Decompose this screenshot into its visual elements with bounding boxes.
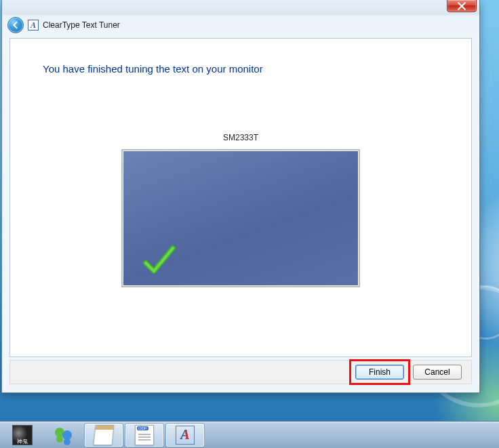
button-bar: Finish Cancel: [9, 360, 472, 384]
window-title: ClearType Text Tuner: [43, 20, 120, 30]
odf-document-icon: [135, 425, 154, 445]
cleartype-window: A ClearType Text Tuner You have finished…: [1, 0, 480, 393]
messenger-icon: [53, 425, 73, 445]
taskbar-item-messenger[interactable]: [43, 423, 83, 447]
app-thumbnail-icon: [12, 425, 33, 445]
content-panel: You have finished tuning the text on you…: [9, 38, 472, 357]
taskbar-item-odf[interactable]: [125, 423, 164, 447]
taskbar-item-thumbnail[interactable]: [3, 423, 42, 447]
titlebar[interactable]: [2, 0, 479, 15]
finish-button[interactable]: Finish: [355, 365, 404, 380]
taskbar-item-notepad[interactable]: [84, 423, 123, 447]
nav-row: A ClearType Text Tuner: [2, 15, 479, 35]
taskbar[interactable]: A: [0, 421, 499, 448]
page-heading: You have finished tuning the text on you…: [10, 39, 471, 75]
checkmark-icon: [142, 243, 176, 277]
close-icon: [458, 2, 466, 10]
desktop: A ClearType Text Tuner You have finished…: [0, 0, 499, 448]
back-button[interactable]: [7, 17, 24, 33]
tutorial-highlight: Finish: [349, 359, 410, 385]
cleartype-icon: A: [28, 20, 39, 30]
close-button[interactable]: [447, 0, 477, 12]
monitor-preview-wrap: [121, 149, 360, 287]
monitor-preview: [121, 149, 360, 287]
cancel-button[interactable]: Cancel: [413, 365, 462, 380]
monitor-name-label: SM2333T: [10, 133, 471, 142]
back-arrow-icon: [11, 20, 20, 30]
notepad-icon: [93, 425, 114, 445]
taskbar-item-cleartype[interactable]: A: [165, 423, 205, 447]
cleartype-app-icon: A: [176, 426, 195, 445]
